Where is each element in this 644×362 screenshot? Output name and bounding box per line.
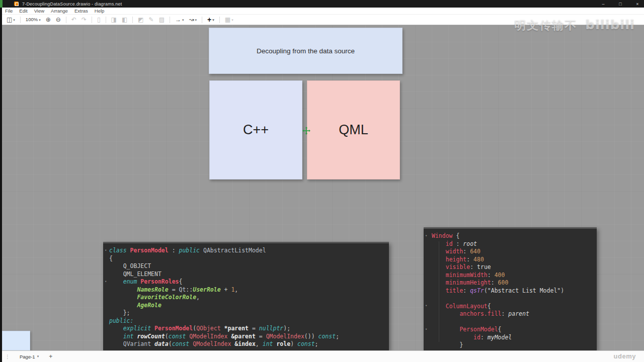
diagram-canvas[interactable]: Decoupling from the data source C++ QML … [0, 25, 644, 350]
page-tabs-bar: ⋮ Page-1 ▾ + [0, 350, 644, 362]
menu-arrange[interactable]: Arrange [51, 8, 68, 14]
maximize-button[interactable]: □ [616, 2, 625, 7]
menu-file[interactable]: File [5, 8, 13, 14]
page-tab-page1[interactable]: Page-1 ▾ [17, 353, 42, 360]
screen-edge-strip [0, 8, 2, 362]
connection-style-button[interactable]: →▾ [173, 17, 187, 23]
window-titlebar: 7-DecouplingDataSource.drawio - diagrams… [0, 0, 644, 8]
insert-button[interactable]: +▾ [205, 16, 217, 23]
pages-handle-icon[interactable]: ⋮ [5, 354, 10, 359]
udemy-watermark: udemy [614, 352, 636, 360]
zoom-in-icon: ⊕ [46, 17, 51, 23]
chevron-down-icon: ▾ [231, 18, 233, 22]
line-color-button[interactable]: ✎ [146, 17, 156, 23]
pencil-icon: ✎ [149, 17, 154, 23]
fold-marker-icon [425, 326, 427, 334]
connection-arrow-icon: → [175, 17, 181, 23]
menu-extras[interactable]: Extras [74, 8, 88, 14]
qml-code-screenshot[interactable]: Window { id : root width: 640 height: 48… [424, 227, 597, 350]
to-front-icon: ◨ [111, 17, 117, 23]
move-cursor-icon [302, 127, 310, 135]
to-back-icon: ◧ [122, 17, 127, 23]
fold-marker-icon [425, 302, 427, 310]
partial-shape[interactable] [2, 331, 30, 350]
menu-bar: File Edit View Arrange Extras Help [0, 8, 644, 15]
toolbar: ◫▾ 100%▾ ⊕ ⊖ ↶ ↷ ▯ ◨ ◧ ◩ ✎ ▨ →▾ ↝▾ +▾ ▦▾ [0, 15, 644, 25]
view-panels-button[interactable]: ◫▾ [4, 17, 18, 23]
chevron-down-icon: ▾ [37, 354, 39, 358]
screen-edge-artifact [0, 0, 3, 8]
fold-marker-icon [105, 278, 107, 286]
waypoints-icon: ↝ [189, 17, 194, 23]
menu-edit[interactable]: Edit [19, 8, 27, 14]
table-icon: ▦ [225, 17, 230, 23]
undo-button[interactable]: ↶ [69, 17, 79, 23]
minimize-button[interactable]: – [599, 2, 608, 7]
fill-color-icon: ◩ [138, 17, 143, 23]
zoom-level-dropdown[interactable]: 100%▾ [23, 17, 43, 22]
to-back-button[interactable]: ◧ [119, 17, 130, 23]
zoom-out-button[interactable]: ⊖ [53, 17, 63, 23]
chevron-down-icon: ▾ [212, 18, 214, 22]
cpp-shape[interactable]: C++ [209, 80, 302, 179]
zoom-out-icon: ⊖ [56, 17, 61, 23]
title-shape-label: Decoupling from the data source [257, 47, 355, 55]
fold-marker-icon [425, 232, 427, 240]
to-front-button[interactable]: ◨ [109, 17, 119, 23]
drawio-app-icon [14, 2, 19, 6]
fill-color-button[interactable]: ◩ [135, 17, 146, 23]
view-panels-icon: ◫ [7, 17, 12, 23]
cpp-shape-label: C++ [243, 122, 269, 138]
chevron-down-icon: ▾ [13, 18, 15, 22]
delete-button[interactable]: ▯ [95, 17, 103, 23]
chevron-down-icon: ▾ [39, 18, 41, 22]
add-page-button[interactable]: + [46, 353, 55, 360]
chevron-down-icon: ▾ [182, 18, 184, 22]
plus-icon: + [207, 16, 211, 23]
chevron-down-icon: ▾ [195, 18, 197, 22]
menu-help[interactable]: Help [95, 8, 105, 14]
qml-shape[interactable]: QML [307, 80, 400, 179]
title-shape[interactable]: Decoupling from the data source [209, 28, 403, 74]
trash-icon: ▯ [97, 17, 101, 23]
table-button[interactable]: ▦▾ [222, 17, 236, 23]
zoom-in-button[interactable]: ⊕ [43, 17, 53, 23]
indent-guide [439, 241, 439, 342]
shadow-button[interactable]: ▨ [156, 17, 167, 23]
window-title: 7-DecouplingDataSource.drawio - diagrams… [22, 2, 122, 7]
fold-marker-icon [105, 247, 107, 255]
cpp-code-screenshot[interactable]: class PersonModel : public QAbstractList… [103, 242, 389, 350]
redo-icon: ↷ [82, 17, 87, 23]
menu-view[interactable]: View [34, 8, 44, 14]
qml-shape-label: QML [339, 122, 368, 138]
waypoints-button[interactable]: ↝▾ [187, 17, 200, 23]
redo-button[interactable]: ↷ [79, 17, 89, 23]
close-button[interactable]: × [633, 2, 642, 7]
shadow-icon: ▨ [159, 17, 165, 23]
drawio-window: 7-DecouplingDataSource.drawio - diagrams… [0, 0, 644, 362]
undo-icon: ↶ [71, 17, 76, 23]
